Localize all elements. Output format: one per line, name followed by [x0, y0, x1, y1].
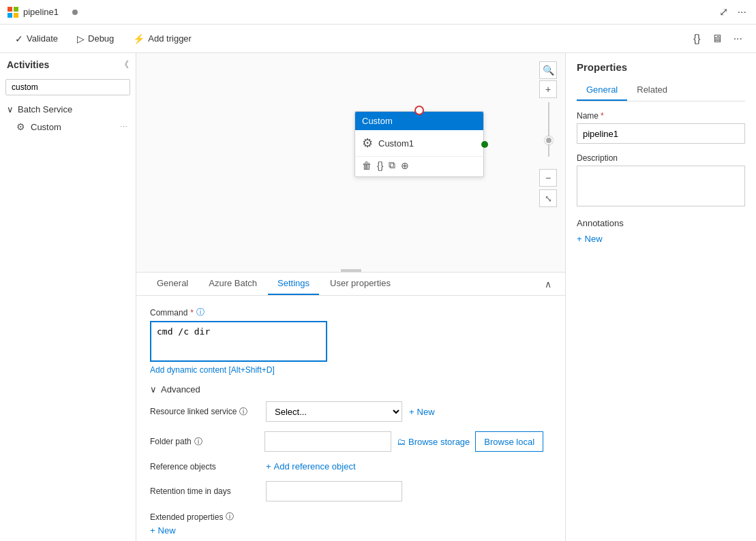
description-field: Description [577, 153, 745, 208]
activity-node[interactable]: Custom ⚙ Custom1 🗑 {} ⧉ ⊕ [354, 111, 484, 177]
trigger-icon: ⚡ [133, 33, 145, 44]
monitor-icon[interactable]: 🖥 [709, 30, 725, 48]
canvas[interactable]: Custom ⚙ Custom1 🗑 {} ⧉ ⊕ [136, 53, 565, 272]
settings-content: Command * ⓘ cmd /c dir Add dynamic conte… [136, 296, 565, 541]
reference-objects-label: Reference objects [150, 462, 259, 472]
node-footer: 🗑 {} ⧉ ⊕ [355, 156, 483, 176]
expand-icon[interactable]: ⤢ [716, 3, 731, 21]
tab-user-properties[interactable]: User properties [320, 273, 400, 295]
svg-rect-2 [7, 13, 12, 18]
panel-drag-handle[interactable] [341, 269, 361, 272]
annotations-title: Annotations [577, 218, 745, 228]
name-label: Name * [577, 111, 745, 121]
props-tab-general[interactable]: General [577, 80, 627, 101]
resource-linked-label: Resource linked service ⓘ [150, 406, 259, 418]
node-success-dot [481, 141, 488, 148]
properties-panel: Properties General Related Name * [565, 53, 756, 541]
sidebar-header-icons: 《 [120, 59, 129, 71]
connect-icon[interactable]: ⊕ [401, 160, 409, 171]
command-info-icon[interactable]: ⓘ [196, 307, 205, 318]
new-linked-service-button[interactable]: + New [409, 407, 435, 417]
extended-props-label: Extended properties ⓘ [150, 511, 551, 523]
tab-settings[interactable]: Settings [268, 273, 319, 295]
collapse-left-icon[interactable]: 《 [120, 59, 129, 71]
svg-rect-3 [14, 13, 18, 18]
description-input[interactable] [577, 166, 745, 206]
code-node-icon[interactable]: {} [377, 160, 383, 171]
resource-linked-select[interactable]: Select... [266, 401, 402, 422]
debug-icon: ▷ [77, 33, 85, 44]
toolbar: ✓ Validate ▷ Debug ⚡ Add trigger {} 🖥 ··… [0, 25, 756, 53]
dynamic-content-link[interactable]: Add dynamic content [Alt+Shift+D] [150, 365, 551, 375]
node-name: Custom1 [378, 138, 414, 149]
advanced-section-toggle[interactable]: ∨ Advanced [150, 384, 551, 395]
node-wrapper: Custom ⚙ Custom1 🗑 {} ⧉ ⊕ [354, 111, 484, 177]
folder-path-input[interactable] [264, 431, 391, 452]
action-icon-1[interactable]: ⋯ [120, 123, 127, 132]
center-area: Custom ⚙ Custom1 🗑 {} ⧉ ⊕ [136, 53, 565, 541]
plus-icon: + [409, 407, 414, 417]
top-bar: pipeline1 ⤢ ··· [0, 0, 756, 25]
sidebar-item-label: Custom [31, 122, 61, 132]
node-error-indicator [414, 106, 424, 115]
new-annotation-button[interactable]: + New [577, 234, 745, 244]
extended-props-row: Extended properties ⓘ + New [150, 511, 551, 536]
tab-azure-batch[interactable]: Azure Batch [199, 273, 267, 295]
fullscreen-button[interactable]: ⤡ [539, 189, 557, 207]
canvas-slider-area [548, 102, 549, 157]
more-icon[interactable]: ··· [735, 3, 749, 21]
sidebar: Activities 《 ∨ Batch Service ⚙ Custom ⋯ [0, 53, 136, 541]
command-row: Command * ⓘ cmd /c dir Add dynamic conte… [150, 307, 551, 375]
toolbar-right: {} 🖥 ··· [691, 30, 745, 48]
main-layout: Activities 《 ∨ Batch Service ⚙ Custom ⋯ [0, 53, 756, 541]
plus-icon-ann: + [577, 234, 582, 244]
validate-button[interactable]: ✓ Validate [11, 31, 62, 47]
more-options-icon[interactable]: ··· [731, 30, 745, 48]
ext-props-info-icon[interactable]: ⓘ [226, 511, 234, 523]
reference-objects-row: Reference objects + Add reference object [150, 461, 551, 472]
command-input[interactable]: cmd /c dir [150, 321, 327, 362]
folder-path-info-icon[interactable]: ⓘ [194, 436, 202, 448]
svg-rect-1 [14, 7, 18, 12]
sidebar-group-batch-header[interactable]: ∨ Batch Service [0, 101, 136, 118]
svg-rect-0 [7, 7, 12, 12]
zoom-in-button[interactable]: + [539, 80, 557, 98]
retention-time-input[interactable] [266, 481, 402, 501]
chevron-down-icon: ∨ [150, 384, 157, 395]
bottom-panel: General Azure Batch Settings User proper… [136, 272, 565, 541]
resource-info-icon[interactable]: ⓘ [239, 406, 247, 418]
retention-time-label: Retention time in days [150, 486, 259, 496]
canvas-controls: 🔍 + [539, 61, 557, 98]
folder-icon: 🗂 [397, 437, 406, 447]
slider-thumb[interactable] [545, 136, 553, 144]
delete-icon[interactable]: 🗑 [362, 160, 372, 171]
props-header: Properties General Related [566, 53, 756, 102]
node-body: ⚙ Custom1 [355, 130, 483, 156]
resource-linked-row: Resource linked service ⓘ Select... + Ne… [150, 401, 551, 422]
slider-track [548, 102, 549, 157]
search-input[interactable] [5, 79, 130, 95]
plus-icon-ext: + [150, 525, 155, 536]
debug-button[interactable]: ▷ Debug [73, 31, 118, 47]
name-required: * [601, 111, 604, 121]
folder-path-row: Folder path ⓘ 🗂 Browse storage Browse lo… [150, 431, 551, 452]
props-title: Properties [577, 61, 745, 73]
tab-general[interactable]: General [147, 273, 198, 295]
search-canvas-button[interactable]: 🔍 [539, 61, 557, 79]
new-ext-prop-button[interactable]: + New [150, 525, 551, 536]
collapse-panel-button[interactable]: ∧ [542, 276, 554, 292]
zoom-out-button[interactable]: − [539, 169, 557, 187]
description-label: Description [577, 153, 745, 163]
sidebar-title: Activities [7, 59, 49, 70]
code-icon[interactable]: {} [691, 30, 704, 48]
props-tab-related[interactable]: Related [627, 80, 677, 101]
name-input[interactable] [577, 123, 745, 144]
browse-storage-button[interactable]: 🗂 Browse storage [397, 437, 470, 447]
node-gear-icon: ⚙ [362, 136, 373, 151]
add-trigger-button[interactable]: ⚡ Add trigger [129, 31, 196, 47]
browse-local-button[interactable]: Browse local [475, 431, 543, 452]
sidebar-item-custom[interactable]: ⚙ Custom ⋯ [0, 118, 136, 136]
copy-icon[interactable]: ⧉ [389, 159, 395, 171]
props-body: Name * Description Annotations + New [566, 102, 756, 541]
add-reference-button[interactable]: + Add reference object [266, 461, 356, 472]
